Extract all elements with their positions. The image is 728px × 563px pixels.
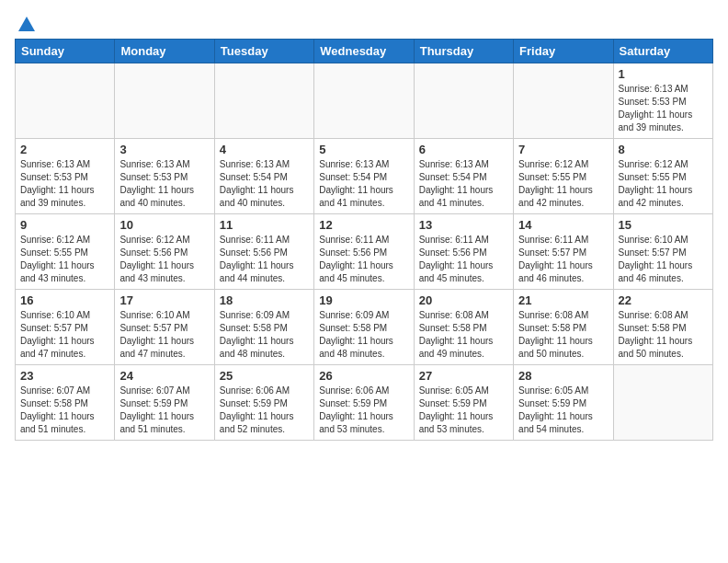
day-info: Sunrise: 6:06 AM Sunset: 5:59 PM Dayligh… bbox=[220, 385, 309, 436]
day-info: Sunrise: 6:11 AM Sunset: 5:57 PM Dayligh… bbox=[518, 234, 608, 285]
day-number: 25 bbox=[220, 369, 309, 383]
logo-icon bbox=[17, 15, 37, 35]
day-number: 24 bbox=[119, 369, 209, 383]
svg-marker-0 bbox=[18, 17, 35, 31]
day-number: 6 bbox=[419, 143, 508, 156]
day-info: Sunrise: 6:08 AM Sunset: 5:58 PM Dayligh… bbox=[419, 309, 508, 361]
day-number: 21 bbox=[518, 293, 608, 307]
calendar-cell: 22Sunrise: 6:08 AM Sunset: 5:58 PM Dayli… bbox=[613, 290, 712, 365]
day-info: Sunrise: 6:10 AM Sunset: 5:57 PM Dayligh… bbox=[20, 309, 109, 361]
day-info: Sunrise: 6:07 AM Sunset: 5:59 PM Dayligh… bbox=[119, 385, 209, 436]
logo bbox=[15, 15, 37, 31]
calendar-week-5: 23Sunrise: 6:07 AM Sunset: 5:58 PM Dayli… bbox=[16, 365, 713, 441]
calendar-cell: 19Sunrise: 6:09 AM Sunset: 5:58 PM Dayli… bbox=[314, 290, 414, 365]
calendar-cell: 3Sunrise: 6:13 AM Sunset: 5:53 PM Daylig… bbox=[115, 139, 214, 214]
day-info: Sunrise: 6:05 AM Sunset: 5:59 PM Dayligh… bbox=[419, 385, 508, 436]
calendar-cell bbox=[214, 63, 313, 139]
calendar-cell: 9Sunrise: 6:12 AM Sunset: 5:55 PM Daylig… bbox=[16, 214, 115, 290]
calendar-cell: 5Sunrise: 6:13 AM Sunset: 5:54 PM Daylig… bbox=[314, 139, 414, 214]
day-info: Sunrise: 6:13 AM Sunset: 5:54 PM Dayligh… bbox=[220, 158, 309, 210]
calendar-cell: 25Sunrise: 6:06 AM Sunset: 5:59 PM Dayli… bbox=[214, 365, 313, 441]
day-number: 22 bbox=[619, 293, 708, 307]
calendar-cell: 12Sunrise: 6:11 AM Sunset: 5:56 PM Dayli… bbox=[314, 214, 414, 290]
calendar-cell bbox=[16, 63, 115, 139]
day-number: 17 bbox=[119, 293, 209, 307]
day-info: Sunrise: 6:09 AM Sunset: 5:58 PM Dayligh… bbox=[220, 309, 309, 361]
calendar-cell: 8Sunrise: 6:12 AM Sunset: 5:55 PM Daylig… bbox=[613, 139, 712, 214]
calendar-cell: 4Sunrise: 6:13 AM Sunset: 5:54 PM Daylig… bbox=[214, 139, 313, 214]
calendar-cell: 6Sunrise: 6:13 AM Sunset: 5:54 PM Daylig… bbox=[414, 139, 513, 214]
calendar-cell: 27Sunrise: 6:05 AM Sunset: 5:59 PM Dayli… bbox=[414, 365, 513, 441]
calendar-cell bbox=[115, 63, 214, 139]
calendar-cell: 20Sunrise: 6:08 AM Sunset: 5:58 PM Dayli… bbox=[414, 290, 513, 365]
day-info: Sunrise: 6:06 AM Sunset: 5:59 PM Dayligh… bbox=[319, 385, 408, 436]
calendar-cell: 28Sunrise: 6:05 AM Sunset: 5:59 PM Dayli… bbox=[514, 365, 613, 441]
calendar-cell: 2Sunrise: 6:13 AM Sunset: 5:53 PM Daylig… bbox=[16, 139, 115, 214]
day-info: Sunrise: 6:09 AM Sunset: 5:58 PM Dayligh… bbox=[319, 309, 408, 361]
day-number: 4 bbox=[220, 143, 309, 156]
calendar-week-4: 16Sunrise: 6:10 AM Sunset: 5:57 PM Dayli… bbox=[16, 290, 713, 365]
calendar-cell: 14Sunrise: 6:11 AM Sunset: 5:57 PM Dayli… bbox=[514, 214, 613, 290]
calendar-cell bbox=[414, 63, 513, 139]
calendar-cell: 16Sunrise: 6:10 AM Sunset: 5:57 PM Dayli… bbox=[16, 290, 115, 365]
weekday-header-thursday: Thursday bbox=[414, 40, 513, 63]
weekday-header-tuesday: Tuesday bbox=[214, 40, 313, 63]
day-info: Sunrise: 6:13 AM Sunset: 5:54 PM Dayligh… bbox=[319, 158, 408, 210]
day-number: 5 bbox=[319, 143, 408, 156]
day-number: 9 bbox=[20, 218, 109, 232]
day-number: 20 bbox=[419, 293, 508, 307]
calendar-cell: 24Sunrise: 6:07 AM Sunset: 5:59 PM Dayli… bbox=[115, 365, 214, 441]
weekday-header-wednesday: Wednesday bbox=[314, 40, 414, 63]
calendar-cell bbox=[613, 365, 712, 441]
weekday-header-saturday: Saturday bbox=[613, 40, 712, 63]
day-info: Sunrise: 6:13 AM Sunset: 5:53 PM Dayligh… bbox=[119, 158, 209, 210]
day-number: 26 bbox=[319, 369, 408, 383]
day-number: 15 bbox=[619, 218, 708, 232]
calendar-cell: 21Sunrise: 6:08 AM Sunset: 5:58 PM Dayli… bbox=[514, 290, 613, 365]
day-number: 16 bbox=[20, 293, 109, 307]
day-info: Sunrise: 6:11 AM Sunset: 5:56 PM Dayligh… bbox=[319, 234, 408, 285]
day-number: 19 bbox=[319, 293, 408, 307]
day-info: Sunrise: 6:08 AM Sunset: 5:58 PM Dayligh… bbox=[619, 309, 708, 361]
day-number: 28 bbox=[518, 369, 608, 383]
day-number: 2 bbox=[20, 143, 109, 156]
weekday-header-sunday: Sunday bbox=[16, 40, 115, 63]
day-number: 3 bbox=[119, 143, 209, 156]
calendar-cell: 23Sunrise: 6:07 AM Sunset: 5:58 PM Dayli… bbox=[16, 365, 115, 441]
page-header bbox=[15, 15, 713, 31]
day-info: Sunrise: 6:08 AM Sunset: 5:58 PM Dayligh… bbox=[518, 309, 608, 361]
day-number: 18 bbox=[220, 293, 309, 307]
day-info: Sunrise: 6:05 AM Sunset: 5:59 PM Dayligh… bbox=[518, 385, 608, 436]
calendar-cell: 18Sunrise: 6:09 AM Sunset: 5:58 PM Dayli… bbox=[214, 290, 313, 365]
weekday-header-row: SundayMondayTuesdayWednesdayThursdayFrid… bbox=[16, 40, 713, 63]
calendar-cell: 17Sunrise: 6:10 AM Sunset: 5:57 PM Dayli… bbox=[115, 290, 214, 365]
day-number: 14 bbox=[518, 218, 608, 232]
day-number: 1 bbox=[619, 67, 708, 81]
calendar-cell bbox=[314, 63, 414, 139]
day-info: Sunrise: 6:07 AM Sunset: 5:58 PM Dayligh… bbox=[20, 385, 109, 436]
day-info: Sunrise: 6:12 AM Sunset: 5:55 PM Dayligh… bbox=[518, 158, 608, 210]
day-info: Sunrise: 6:10 AM Sunset: 5:57 PM Dayligh… bbox=[119, 309, 209, 361]
day-number: 11 bbox=[220, 218, 309, 232]
calendar-cell: 15Sunrise: 6:10 AM Sunset: 5:57 PM Dayli… bbox=[613, 214, 712, 290]
day-info: Sunrise: 6:10 AM Sunset: 5:57 PM Dayligh… bbox=[619, 234, 708, 285]
day-info: Sunrise: 6:12 AM Sunset: 5:55 PM Dayligh… bbox=[20, 234, 109, 285]
day-number: 8 bbox=[619, 143, 708, 156]
day-number: 23 bbox=[20, 369, 109, 383]
weekday-header-monday: Monday bbox=[115, 40, 214, 63]
day-number: 13 bbox=[419, 218, 508, 232]
calendar-cell: 7Sunrise: 6:12 AM Sunset: 5:55 PM Daylig… bbox=[514, 139, 613, 214]
day-info: Sunrise: 6:12 AM Sunset: 5:55 PM Dayligh… bbox=[619, 158, 708, 210]
calendar-cell: 26Sunrise: 6:06 AM Sunset: 5:59 PM Dayli… bbox=[314, 365, 414, 441]
day-number: 12 bbox=[319, 218, 408, 232]
day-info: Sunrise: 6:11 AM Sunset: 5:56 PM Dayligh… bbox=[220, 234, 309, 285]
day-number: 10 bbox=[119, 218, 209, 232]
day-info: Sunrise: 6:13 AM Sunset: 5:54 PM Dayligh… bbox=[419, 158, 508, 210]
calendar-cell: 11Sunrise: 6:11 AM Sunset: 5:56 PM Dayli… bbox=[214, 214, 313, 290]
day-number: 7 bbox=[518, 143, 608, 156]
calendar-cell: 10Sunrise: 6:12 AM Sunset: 5:56 PM Dayli… bbox=[115, 214, 214, 290]
day-info: Sunrise: 6:13 AM Sunset: 5:53 PM Dayligh… bbox=[619, 83, 708, 134]
day-info: Sunrise: 6:11 AM Sunset: 5:56 PM Dayligh… bbox=[419, 234, 508, 285]
calendar-table: SundayMondayTuesdayWednesdayThursdayFrid… bbox=[15, 39, 713, 441]
calendar-cell bbox=[514, 63, 613, 139]
